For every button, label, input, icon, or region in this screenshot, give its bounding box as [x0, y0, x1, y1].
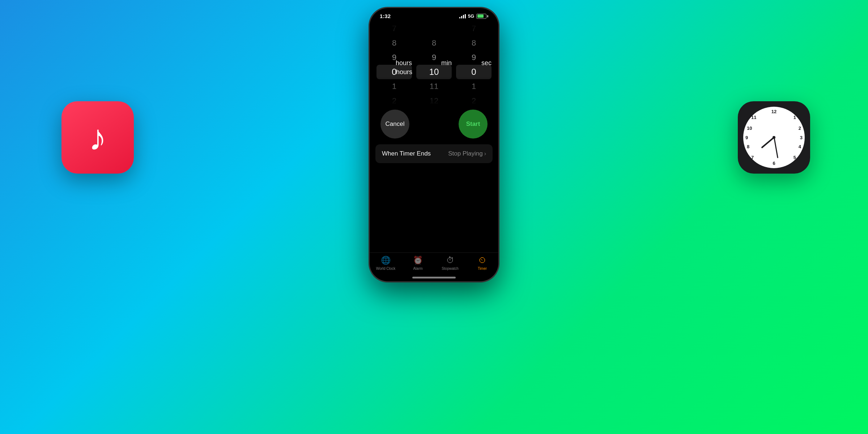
picker-item[interactable]: 8	[414, 36, 454, 50]
world-clock-icon: 🌐	[381, 256, 391, 265]
start-button[interactable]: Start	[459, 110, 488, 139]
timer-ends-value[interactable]: Stop Playing ›	[448, 150, 486, 157]
picker-item[interactable]: 7	[374, 21, 414, 36]
tab-world-clock-label: World Clock	[376, 267, 396, 271]
picker-item[interactable]: 11	[414, 79, 454, 94]
screen-spacer	[370, 169, 498, 253]
clock-num-4: 4	[799, 144, 801, 149]
clock-num-11: 11	[751, 115, 756, 120]
clock-minute-hand	[774, 137, 778, 158]
music-app-icon[interactable]: ♪	[61, 101, 134, 174]
tab-timer[interactable]: ⏲ Timer	[472, 256, 493, 271]
picker-item[interactable]: 8	[374, 36, 414, 50]
picker-item[interactable]: 8	[454, 36, 494, 50]
picker-item-selected[interactable]: 0	[454, 65, 494, 79]
picker-container: 7 8 9 0 1 2 3 hours 8 9 10 11	[370, 21, 498, 105]
status-time: 1:32	[380, 13, 391, 19]
minutes-picker-column[interactable]: 8 9 10 11 12 13	[414, 21, 454, 105]
tab-world-clock[interactable]: 🌐 World Clock	[375, 256, 397, 271]
tab-stopwatch[interactable]: ⏱ Stopwatch	[439, 256, 461, 271]
alarm-icon: ⏰	[413, 256, 423, 265]
clock-hour-hand	[761, 137, 774, 148]
picker-item[interactable]	[414, 21, 454, 36]
hours-picker-column[interactable]: 7 8 9 0 1 2 3	[374, 21, 414, 105]
timer-icon: ⏲	[478, 256, 486, 265]
phone-screen: 1:32 5G	[370, 8, 498, 281]
phone-mockup: 1:32 5G	[369, 7, 499, 282]
timer-controls: Cancel Start	[370, 105, 498, 144]
clock-num-10: 10	[747, 125, 752, 131]
clock-num-6: 6	[773, 161, 775, 166]
picker-item[interactable]: 2	[374, 94, 414, 105]
picker-item[interactable]: 9	[374, 50, 414, 65]
picker-item[interactable]: 7	[454, 21, 494, 36]
clock-num-5: 5	[793, 155, 796, 160]
timer-ends-label: When Timer Ends	[382, 150, 431, 157]
timer-ends-current-value: Stop Playing	[448, 150, 482, 157]
tab-alarm-label: Alarm	[413, 267, 422, 271]
battery-icon	[476, 14, 488, 19]
home-indicator	[412, 277, 456, 278]
music-note-icon: ♪	[89, 119, 107, 156]
clock-num-7: 7	[751, 155, 754, 160]
tab-timer-label: Timer	[478, 267, 487, 271]
picker-item[interactable]: 9	[414, 50, 454, 65]
network-label: 5G	[468, 13, 474, 19]
when-timer-ends-row[interactable]: When Timer Ends Stop Playing ›	[375, 144, 493, 163]
clock-face: 12 1 2 3 4 5 6 7 8 9 10 11	[743, 107, 805, 168]
clock-center-dot	[773, 136, 775, 139]
chevron-right-icon: ›	[484, 150, 486, 157]
signal-bars-icon	[459, 14, 466, 18]
seconds-picker-column[interactable]: 7 8 9 0 1 2 3	[454, 21, 494, 105]
cancel-button[interactable]: Cancel	[380, 110, 409, 139]
clock-num-8: 8	[747, 144, 749, 149]
time-picker-area[interactable]: 7 8 9 0 1 2 3 hours 8 9 10 11	[370, 21, 498, 105]
tab-stopwatch-label: Stopwatch	[442, 267, 459, 271]
dynamic-island	[414, 12, 454, 23]
clock-num-2: 2	[799, 125, 801, 131]
picker-item[interactable]: 2	[454, 94, 494, 105]
picker-item[interactable]: 1	[374, 79, 414, 94]
clock-num-1: 1	[793, 115, 796, 120]
picker-item-selected[interactable]: 0	[374, 65, 414, 79]
clock-app-icon[interactable]: 12 1 2 3 4 5 6 7 8 9 10 11	[738, 101, 810, 174]
picker-item[interactable]: 9	[454, 50, 494, 65]
clock-num-9: 9	[745, 135, 748, 140]
tab-alarm[interactable]: ⏰ Alarm	[407, 256, 429, 271]
picker-item[interactable]: 12	[414, 94, 454, 105]
picker-item-selected[interactable]: 10	[414, 65, 454, 79]
clock-num-3: 3	[800, 135, 803, 140]
stopwatch-icon: ⏱	[446, 256, 454, 265]
status-icons: 5G	[459, 13, 488, 19]
picker-item[interactable]: 1	[454, 79, 494, 94]
clock-num-12: 12	[771, 109, 776, 114]
